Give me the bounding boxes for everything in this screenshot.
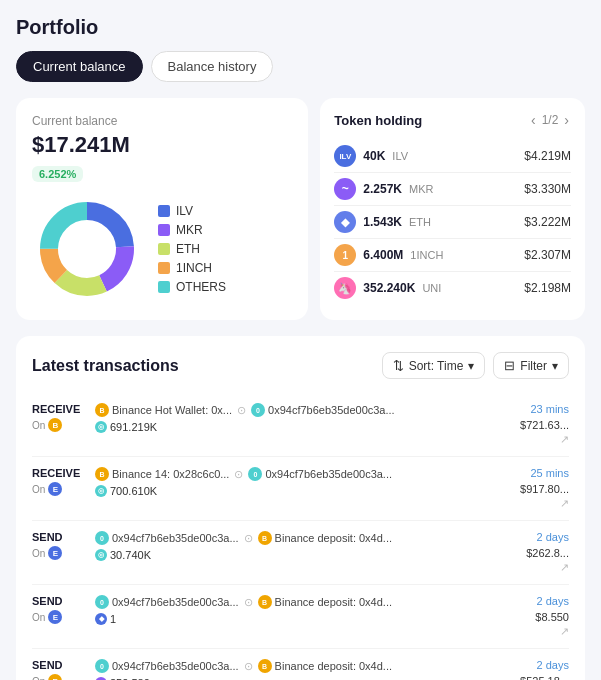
tx-ext-link-0[interactable]: ↗ bbox=[520, 433, 569, 446]
chain-icon-3: E bbox=[48, 610, 62, 624]
balance-amount: $17.241M bbox=[32, 132, 292, 158]
tx-from-label-4: 0x94cf7b6eb35de00c3a... bbox=[112, 660, 239, 672]
chain-icon-2: E bbox=[48, 546, 62, 560]
tx-row-0: RECEIVE On B B Binance Hot Wallet: 0x...… bbox=[32, 393, 569, 457]
tx-on-2: On E bbox=[32, 546, 87, 560]
svg-point-5 bbox=[59, 221, 115, 277]
tx-from-icon-3: 0 bbox=[95, 595, 109, 609]
token-page-next[interactable]: › bbox=[562, 112, 571, 128]
tx-time-0: 23 mins bbox=[520, 403, 569, 415]
balance-card: Current balance $17.241M 6.252% bbox=[16, 98, 308, 320]
tx-row-2: SEND On E 0 0x94cf7b6eb35de00c3a... ⊙ B … bbox=[32, 521, 569, 585]
tx-addresses-4: 0 0x94cf7b6eb35de00c3a... ⊙ B Binance de… bbox=[95, 659, 512, 673]
donut-chart bbox=[32, 194, 142, 304]
tx-to-0: 0 0x94cf7b6eb35de00c3a... bbox=[251, 403, 395, 417]
tx-from-icon-2: 0 bbox=[95, 531, 109, 545]
tx-ext-link-3[interactable]: ↗ bbox=[535, 625, 569, 638]
token-row-UNI: 🦄 352.240K UNI $2.198M bbox=[334, 272, 571, 304]
chain-icon-4: B bbox=[48, 674, 62, 680]
tx-row-3: SEND On E 0 0x94cf7b6eb35de00c3a... ⊙ B … bbox=[32, 585, 569, 649]
legend-1INCH: 1INCH bbox=[158, 261, 226, 275]
tx-from-4: 0 0x94cf7b6eb35de00c3a... bbox=[95, 659, 239, 673]
token-icon-ILV: ILV bbox=[334, 145, 356, 167]
tx-to-3: B Binance deposit: 0x4d... bbox=[258, 595, 392, 609]
tx-amount-0: ◎ 691.219K bbox=[95, 421, 512, 433]
token-value-ILV: $4.219M bbox=[524, 149, 571, 163]
sort-icon: ⇅ bbox=[393, 358, 404, 373]
sort-chevron: ▾ bbox=[468, 359, 474, 373]
tx-time-3: 2 days bbox=[535, 595, 569, 607]
donut-section: ILV MKR ETH 1INCH bbox=[32, 194, 292, 304]
tx-amount-1: ◎ 700.610K bbox=[95, 485, 512, 497]
tx-title: Latest transactions bbox=[32, 357, 179, 375]
tx-amount-3: ◆ 1 bbox=[95, 613, 527, 625]
tx-type-col-2: SEND On E bbox=[32, 531, 87, 560]
tx-row-4: SEND On B 0 0x94cf7b6eb35de00c3a... ⊙ B … bbox=[32, 649, 569, 680]
sort-button[interactable]: ⇅ Sort: Time ▾ bbox=[382, 352, 486, 379]
tx-middle-4: 0 0x94cf7b6eb35de00c3a... ⊙ B Binance de… bbox=[95, 659, 512, 680]
tx-to-label-4: Binance deposit: 0x4d... bbox=[275, 660, 392, 672]
page-title: Portfolio bbox=[16, 16, 585, 39]
tx-arrow-1: ⊙ bbox=[234, 468, 243, 481]
tx-value-0: $721.63... bbox=[520, 419, 569, 431]
filter-icon: ⊟ bbox=[504, 358, 515, 373]
tx-middle-2: 0 0x94cf7b6eb35de00c3a... ⊙ B Binance de… bbox=[95, 531, 518, 561]
tx-middle-0: B Binance Hot Wallet: 0x... ⊙ 0 0x94cf7b… bbox=[95, 403, 512, 433]
balance-badge: 6.252% bbox=[32, 166, 83, 182]
tab-current-balance[interactable]: Current balance bbox=[16, 51, 143, 82]
tx-to-icon-3: B bbox=[258, 595, 272, 609]
transactions-section: Latest transactions ⇅ Sort: Time ▾ ⊟ Fil… bbox=[16, 336, 585, 680]
tx-on-1: On E bbox=[32, 482, 87, 496]
tx-to-label-3: Binance deposit: 0x4d... bbox=[275, 596, 392, 608]
token-amount-1INCH: 6.400M bbox=[363, 248, 403, 262]
token-symbol-ILV: ILV bbox=[392, 150, 408, 162]
tx-amount-val-3: 1 bbox=[110, 613, 116, 625]
tx-row-1: RECEIVE On E B Binance 14: 0x28c6c0... ⊙… bbox=[32, 457, 569, 521]
tab-balance-history[interactable]: Balance history bbox=[151, 51, 274, 82]
chart-legend: ILV MKR ETH 1INCH bbox=[158, 204, 226, 294]
tx-value-2: $262.8... bbox=[526, 547, 569, 559]
sort-label: Sort: Time bbox=[409, 359, 464, 373]
tx-to-4: B Binance deposit: 0x4d... bbox=[258, 659, 392, 673]
tx-to-icon-4: B bbox=[258, 659, 272, 673]
tx-type-col-3: SEND On E bbox=[32, 595, 87, 624]
tx-amount-icon-3: ◆ bbox=[95, 613, 107, 625]
tx-from-0: B Binance Hot Wallet: 0x... bbox=[95, 403, 232, 417]
tx-time-1: 25 mins bbox=[520, 467, 569, 479]
filter-chevron: ▾ bbox=[552, 359, 558, 373]
tx-to-label-1: 0x94cf7b6eb35de00c3a... bbox=[265, 468, 392, 480]
tx-amount-2: ◎ 30.740K bbox=[95, 549, 518, 561]
tx-on-0: On B bbox=[32, 418, 87, 432]
tx-arrow-4: ⊙ bbox=[244, 660, 253, 673]
tx-type-1: RECEIVE bbox=[32, 467, 87, 479]
tx-amount-icon-0: ◎ bbox=[95, 421, 107, 433]
token-title: Token holding bbox=[334, 113, 422, 128]
token-row-1INCH: 1 6.400M 1INCH $2.307M bbox=[334, 239, 571, 272]
tx-ext-link-1[interactable]: ↗ bbox=[520, 497, 569, 510]
tx-amount-val-1: 700.610K bbox=[110, 485, 157, 497]
token-left-ILV: ILV 40K ILV bbox=[334, 145, 408, 167]
tx-amount-icon-2: ◎ bbox=[95, 549, 107, 561]
tx-middle-3: 0 0x94cf7b6eb35de00c3a... ⊙ B Binance de… bbox=[95, 595, 527, 625]
tx-type-col-1: RECEIVE On E bbox=[32, 467, 87, 496]
token-icon-ETH: ◆ bbox=[334, 211, 356, 233]
token-row-ETH: ◆ 1.543K ETH $3.222M bbox=[334, 206, 571, 239]
token-left-MKR: ~ 2.257K MKR bbox=[334, 178, 433, 200]
token-value-ETH: $3.222M bbox=[524, 215, 571, 229]
filter-button[interactable]: ⊟ Filter ▾ bbox=[493, 352, 569, 379]
tx-from-1: B Binance 14: 0x28c6c0... bbox=[95, 467, 229, 481]
token-left-ETH: ◆ 1.543K ETH bbox=[334, 211, 431, 233]
tx-addresses-0: B Binance Hot Wallet: 0x... ⊙ 0 0x94cf7b… bbox=[95, 403, 512, 417]
tx-to-icon-2: B bbox=[258, 531, 272, 545]
tx-right-3: 2 days $8.550 ↗ bbox=[535, 595, 569, 638]
tx-controls: ⇅ Sort: Time ▾ ⊟ Filter ▾ bbox=[382, 352, 569, 379]
tx-ext-link-2[interactable]: ↗ bbox=[526, 561, 569, 574]
tx-type-2: SEND bbox=[32, 531, 87, 543]
cards-row: Current balance $17.241M 6.252% bbox=[16, 98, 585, 320]
token-page-prev[interactable]: ‹ bbox=[529, 112, 538, 128]
tx-value-3: $8.550 bbox=[535, 611, 569, 623]
token-pagination: ‹ 1/2 › bbox=[529, 112, 571, 128]
tx-right-2: 2 days $262.8... ↗ bbox=[526, 531, 569, 574]
tx-amount-icon-1: ◎ bbox=[95, 485, 107, 497]
token-amount-ETH: 1.543K bbox=[363, 215, 402, 229]
